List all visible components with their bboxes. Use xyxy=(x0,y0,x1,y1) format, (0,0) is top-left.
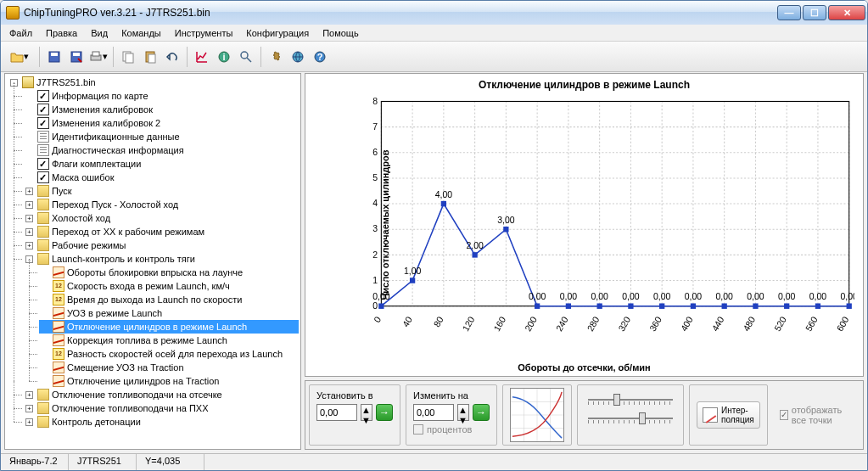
expand-toggle[interactable]: + xyxy=(25,201,33,209)
undo-button[interactable] xyxy=(162,47,182,67)
menu-commands[interactable]: Команды xyxy=(115,26,168,40)
tree-item[interactable]: +Рабочие режимы xyxy=(24,238,299,252)
tree-item[interactable]: Изменения калибровок 2 xyxy=(24,116,299,130)
svg-rect-81 xyxy=(597,303,602,308)
network-button[interactable] xyxy=(288,47,308,67)
expand-toggle[interactable]: + xyxy=(25,418,33,426)
menu-file[interactable]: Файл xyxy=(3,26,39,40)
save-as-button[interactable] xyxy=(66,47,87,67)
tree-label: Маска ошибок xyxy=(52,171,114,184)
chart-area[interactable]: 0123456780408012016020024028032036040044… xyxy=(356,96,854,334)
set-input[interactable] xyxy=(316,404,357,421)
app-window: ChipTuningPRO ver.3.21 - J7TRS251.bin — … xyxy=(0,0,868,471)
tree-item[interactable]: -Launch-контроль и контроль тяги xyxy=(24,252,299,266)
tree-label: Отключение топливоподачи на отсечке xyxy=(52,388,222,401)
graph-button[interactable] xyxy=(192,47,212,67)
tree-item[interactable]: Обороты блокировки впрыска на лаунче xyxy=(39,266,299,279)
open-button[interactable]: ▾ xyxy=(4,47,35,67)
tree-item[interactable]: -J7TRS251.bin xyxy=(8,76,299,89)
tree-item[interactable]: Информация по карте xyxy=(24,89,299,103)
expand-toggle[interactable]: + xyxy=(25,391,33,399)
mini-chart-icon xyxy=(510,388,564,442)
tree-pane[interactable]: -J7TRS251.binИнформация по картеИзменени… xyxy=(4,73,301,450)
svg-text:4,00: 4,00 xyxy=(435,188,452,199)
tree-item[interactable]: +Холостой ход xyxy=(24,211,299,225)
tree-item[interactable]: Маска ошибок xyxy=(24,171,299,184)
tree-item[interactable]: +Переход от ХХ к рабочим режимам xyxy=(24,225,299,238)
tree-item[interactable]: +Пуск xyxy=(24,184,299,198)
folder-icon xyxy=(37,199,49,210)
folder-icon xyxy=(37,226,49,238)
svg-text:3,00: 3,00 xyxy=(497,215,514,225)
svg-text:400: 400 xyxy=(679,315,695,334)
expand-toggle[interactable]: + xyxy=(25,242,33,250)
expand-toggle[interactable]: + xyxy=(25,215,33,222)
tree-item[interactable]: Изменения калибровок xyxy=(24,103,299,116)
change-spinner[interactable]: ▲▼ xyxy=(457,404,469,421)
expand-toggle[interactable]: + xyxy=(25,405,33,412)
tree-item[interactable]: 12Скорость входа в режим Launch, км/ч xyxy=(39,279,299,293)
status-bar: Январь-7.2 J7TRS251 Y=4,035 xyxy=(1,453,867,470)
help-button[interactable]: ? xyxy=(310,47,330,67)
wave-icon xyxy=(53,321,64,333)
info-button[interactable]: i xyxy=(214,47,234,67)
tree-label: Диагностическая информация xyxy=(52,143,184,157)
change-apply-button[interactable]: → xyxy=(473,404,490,421)
tree-item[interactable]: Коррекция топлива в режиме Launch xyxy=(39,334,299,347)
tree-label: Launch-контроль и контроль тяги xyxy=(52,252,195,266)
tree-item[interactable]: Отключение цилиндров в режиме Launch xyxy=(39,320,299,334)
minimize-button[interactable]: — xyxy=(777,5,801,20)
menu-edit[interactable]: Правка xyxy=(39,26,84,40)
set-spinner[interactable]: ▲▼ xyxy=(361,404,372,421)
save-button[interactable] xyxy=(44,47,64,67)
percent-checkbox[interactable]: процентов xyxy=(413,424,490,435)
slider-2[interactable] xyxy=(588,412,673,424)
tree-item[interactable]: Диагностическая информация xyxy=(24,143,299,157)
svg-text:0,00: 0,00 xyxy=(653,291,670,301)
copy-button[interactable] xyxy=(118,47,138,67)
tree-item[interactable]: +Контроль детонации xyxy=(24,415,299,429)
title-bar[interactable]: ChipTuningPRO ver.3.21 - J7TRS251.bin — … xyxy=(1,1,867,25)
print-button[interactable]: ▾ xyxy=(88,47,109,67)
menu-help[interactable]: Помощь xyxy=(316,26,366,40)
tree-item[interactable]: 12Разность скоростей осей для перехода и… xyxy=(39,347,299,361)
tree-item[interactable]: +Переход Пуск - Холостой ход xyxy=(24,198,299,211)
change-input[interactable] xyxy=(413,404,454,421)
interpolate-button[interactable]: Интер- поляция xyxy=(697,401,760,429)
tree-item[interactable]: Идентификационные данные xyxy=(24,130,299,143)
tree-item[interactable]: Флаги комплектации xyxy=(24,157,299,171)
slider-1[interactable] xyxy=(588,394,673,406)
tree-item[interactable]: +Отключение топливоподачи на ПХХ xyxy=(24,401,299,415)
tree-item[interactable]: Отключение цилиндров на Traction xyxy=(39,374,299,388)
check-icon xyxy=(37,171,49,183)
menu-tools[interactable]: Инструменты xyxy=(168,26,240,40)
show-all-points-checkbox[interactable]: ✓отображать все точки xyxy=(780,405,853,425)
folder-icon xyxy=(37,185,49,197)
tree-label: Холостой ход xyxy=(52,211,110,225)
svg-rect-79 xyxy=(566,303,571,308)
settings-button[interactable] xyxy=(266,47,286,67)
search-button[interactable] xyxy=(236,47,256,67)
svg-text:2: 2 xyxy=(372,249,378,259)
tree-label: Изменения калибровок xyxy=(52,103,153,116)
svg-rect-1 xyxy=(51,53,58,56)
controls-panel: Установить в ▲▼ → Изменить на ▲▼ → проце… xyxy=(305,380,864,450)
close-button[interactable]: ✕ xyxy=(828,5,865,20)
expand-toggle[interactable]: + xyxy=(25,228,33,236)
svg-text:480: 480 xyxy=(741,315,757,334)
svg-rect-97 xyxy=(847,303,852,308)
menu-config[interactable]: Конфигурация xyxy=(239,26,316,40)
folder-icon xyxy=(37,239,49,251)
tree-item[interactable]: 12Время до выхода из Launch по скорости xyxy=(39,293,299,306)
paste-button[interactable] xyxy=(140,47,160,67)
set-apply-button[interactable]: → xyxy=(376,404,393,421)
expand-toggle[interactable]: + xyxy=(25,188,33,195)
tree-item[interactable]: УОЗ в режиме Launch xyxy=(39,306,299,320)
tree-item[interactable]: Смещение УОЗ на Traction xyxy=(39,361,299,374)
svg-text:i: i xyxy=(222,52,225,62)
svg-text:0: 0 xyxy=(372,315,383,324)
maximize-button[interactable]: ☐ xyxy=(803,5,826,20)
menu-view[interactable]: Вид xyxy=(84,26,115,40)
tree-label: Информация по карте xyxy=(52,89,148,103)
tree-item[interactable]: +Отключение топливоподачи на отсечке xyxy=(24,388,299,401)
